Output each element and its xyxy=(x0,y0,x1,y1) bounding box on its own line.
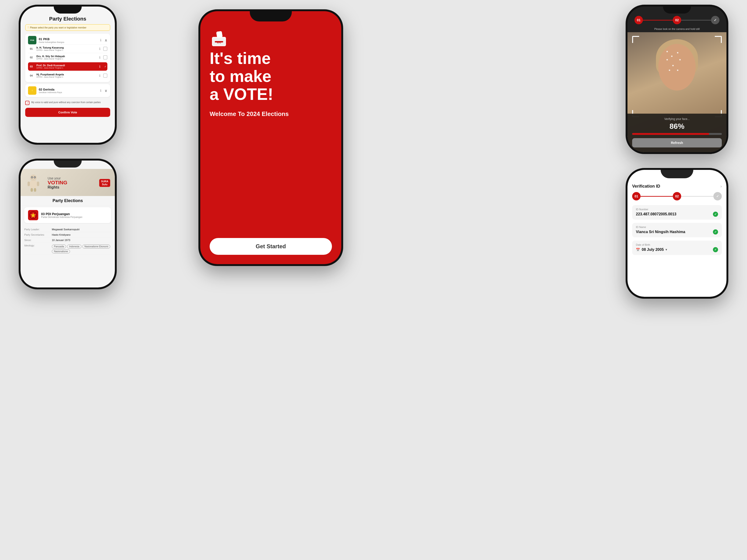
pkb-logo: PKB xyxy=(28,36,36,44)
progress-fill xyxy=(632,133,709,135)
voting-text: Use your VOTING Rights xyxy=(48,177,96,189)
step-done-circle-id: ✓ xyxy=(713,192,722,201)
step-hint-text: Please look on the camera and hold still xyxy=(627,27,726,32)
step1-circle-id: 01 xyxy=(632,192,641,201)
mascot-icon xyxy=(25,174,44,192)
sura-sulu-badge: SURA Sulu xyxy=(99,179,110,187)
voting-banner: Use your VOTING Rights SURA Sulu xyxy=(21,169,115,196)
svg-rect-10 xyxy=(31,188,33,192)
party-pkb-block[interactable]: PKB 01 PKB Partai Kebangkitan Bangsa ℹ ∧… xyxy=(25,34,110,82)
notch xyxy=(54,6,82,14)
warning-icon: ! xyxy=(28,26,28,29)
pdi-logo xyxy=(28,210,38,220)
chevron-right-icon[interactable]: › xyxy=(720,184,722,189)
cand4-checkbox[interactable] xyxy=(103,74,107,78)
calendar-icon: 📅 xyxy=(636,248,640,251)
consent-row[interactable]: ✓ My voice is valid and pure without any… xyxy=(25,99,110,107)
step-done-circle: ✓ xyxy=(711,16,719,24)
screen1-title: Party Elections xyxy=(25,16,110,22)
cand1-info-icon[interactable]: ℹ xyxy=(99,47,100,51)
id-name-check: ✓ xyxy=(713,229,718,235)
dob-row[interactable]: 📅 08 July 2005 ▾ xyxy=(636,247,667,252)
phone-voting-rights: Use your VOTING Rights SURA Sulu Party E… xyxy=(19,159,117,289)
verification-title-row: Verification ID › xyxy=(632,182,722,192)
gerinda-chevron[interactable]: ∨ xyxy=(105,88,107,93)
consent-checkbox[interactable]: ✓ xyxy=(25,101,29,105)
ideology-tags: Pancasila Indonesia Nasionalisme Ekonomi… xyxy=(52,244,111,254)
phone-verification-id: Verification ID › 01 02 ✓ ID Number 223.… xyxy=(626,168,728,299)
face-dot xyxy=(677,70,678,71)
face-dot xyxy=(667,59,668,60)
pkb-chevron-up[interactable]: ∧ xyxy=(105,38,107,43)
face-dot xyxy=(671,56,672,57)
progress-bar xyxy=(632,133,722,135)
svg-rect-9 xyxy=(37,182,39,186)
candidate-row-3-selected[interactable]: 03 Prof. Dr. Dedi Kusnaedi DPRD- Jawa Ba… xyxy=(28,62,107,71)
svg-point-15 xyxy=(34,177,35,178)
step2-circle: 02 xyxy=(673,16,681,24)
cand2-checkbox[interactable] xyxy=(103,55,107,59)
pkb-info-icon[interactable]: ℹ xyxy=(100,38,101,42)
notch-verify xyxy=(663,6,691,14)
step2-circle-id: 02 xyxy=(673,192,681,201)
svg-rect-3 xyxy=(216,31,222,38)
svg-rect-7 xyxy=(30,181,37,188)
face-dot xyxy=(667,51,668,52)
step-line-id-1 xyxy=(641,196,673,197)
cand3-checkbox[interactable]: ✓ xyxy=(103,64,107,69)
phone-hero: KPU It's time to make a VOTE! Welcome To… xyxy=(199,9,343,266)
cand1-checkbox[interactable] xyxy=(103,47,107,51)
dob-field[interactable]: Date of Birth 📅 08 July 2005 ▾ ✓ xyxy=(632,241,722,255)
scan-corner-tr xyxy=(715,36,722,43)
id-number-field: ID Number 223.487.08072005.0013 ✓ xyxy=(632,205,722,219)
cand2-info-icon[interactable]: ℹ xyxy=(99,56,100,59)
ballot-box-icon: KPU xyxy=(210,30,228,50)
refresh-button[interactable]: Refresh xyxy=(632,138,722,148)
verify-panel: Verifying your face... 86% Refresh xyxy=(627,114,726,152)
cand4-info-icon[interactable]: ℹ xyxy=(99,74,100,77)
hero-text: It's time to make a VOTE! xyxy=(210,50,273,103)
dob-check: ✓ xyxy=(713,247,718,252)
party-gerinda-block[interactable]: ⭐ 02 Gerinda Gerakan Indonesia Raya ℹ ∨ xyxy=(25,84,110,97)
scan-corner-tl xyxy=(632,36,639,43)
svg-rect-11 xyxy=(34,188,36,192)
face-dot xyxy=(669,70,670,71)
party-gerinda-name: 02 Gerinda Gerakan Indonesia Raya xyxy=(39,88,98,94)
id-number-check: ✓ xyxy=(713,212,718,217)
svg-rect-8 xyxy=(28,182,30,186)
candidate-row-4[interactable]: 04 Hj. Puspitawati Angela DPRD- Jawa Bar… xyxy=(28,71,107,80)
face-scan-area: Verifying your face... 86% Refresh xyxy=(627,32,726,152)
verifying-text: Verifying your face... xyxy=(632,117,722,121)
detail-row-leader: Party Leader: Megawati Soekarnoputri xyxy=(24,227,111,232)
candidate-row-2[interactable]: 02 Drs. H. Sity Sri Hidayah DPRD- Jawa B… xyxy=(28,53,107,61)
step-line-id-2 xyxy=(681,196,713,197)
svg-text:KPU: KPU xyxy=(217,42,221,44)
phone-face-verify: 01 02 ✓ Please look on the camera and ho… xyxy=(626,5,728,154)
detail-row-ideology: Ideology: Pancasila Indonesia Nasionalis… xyxy=(24,243,111,255)
get-started-button[interactable]: Get Started xyxy=(210,238,332,255)
face-dot xyxy=(677,52,678,53)
notch-voting xyxy=(54,161,82,167)
gerinda-info-icon[interactable]: ℹ xyxy=(100,89,101,92)
party-pkb-name: 01 PKB Partai Kebangkitan Bangsa xyxy=(39,37,98,44)
party-detail-title: Party Elections xyxy=(21,196,115,205)
cand3-info-icon[interactable]: ℹ xyxy=(99,64,100,69)
step1-circle: 01 xyxy=(635,16,643,24)
percent-display: 86% xyxy=(632,122,722,131)
gerinda-logo: ⭐ xyxy=(28,86,36,95)
id-name-field: ID Name Vianca Sri Ningsih Hashima ✓ xyxy=(632,223,722,237)
confirm-vote-button[interactable]: Confirm Vote xyxy=(25,108,110,117)
face-simulation xyxy=(654,39,700,100)
phone-party-elections: Party Elections ! Please select the part… xyxy=(19,5,117,145)
candidate-row-1[interactable]: 01 Ir. H. Tutung Kasarung DPRD- Jawa Bar… xyxy=(28,44,107,53)
detail-row-secretaries: Party Secretaries: Hasto Kristiyano xyxy=(24,232,111,238)
face-dot xyxy=(679,59,681,60)
face-oval xyxy=(658,44,696,90)
notch-hero xyxy=(250,11,292,22)
step-bar-verif-id: 01 02 ✓ xyxy=(632,192,722,201)
notch-verif-id xyxy=(661,170,693,178)
face-dot xyxy=(672,65,674,66)
warning-banner: ! Please select the party you want or le… xyxy=(25,24,110,31)
pdi-party-header[interactable]: 03 PDI Perjuangan Partai Demokrasi Indon… xyxy=(24,207,111,223)
dob-dropdown-icon[interactable]: ▾ xyxy=(666,248,667,251)
